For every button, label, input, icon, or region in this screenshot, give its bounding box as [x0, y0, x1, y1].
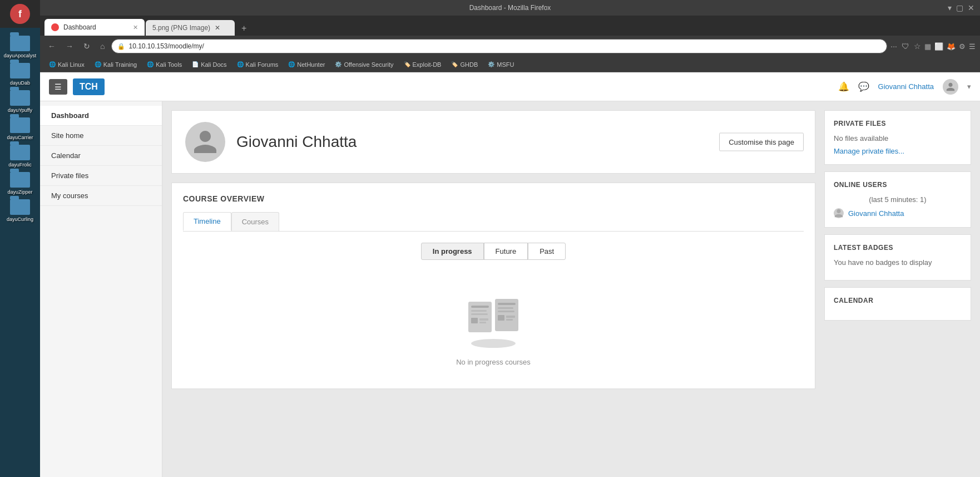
desktop-icon-label: dayuFrolic: [8, 162, 32, 168]
desktop-icon-label: dayuCurling: [7, 217, 33, 222]
toolbar-extra-4[interactable]: ⚙: [959, 42, 966, 51]
bookmark-icon: 📄: [192, 61, 199, 67]
desktop-icon-label: dayuDab: [10, 80, 30, 86]
message-icon[interactable]: 💬: [858, 81, 869, 92]
folder-icon: [10, 36, 30, 51]
svg-rect-11: [498, 311, 514, 312]
tab-png-close[interactable]: ✕: [215, 24, 220, 32]
folder-icon: [10, 199, 30, 215]
manage-files-link[interactable]: Manage private files...: [834, 147, 904, 155]
profile-avatar: [185, 122, 225, 162]
tab-png[interactable]: 5.png (PNG Image) ✕: [146, 20, 235, 36]
filter-past[interactable]: Past: [528, 243, 566, 260]
address-bar[interactable]: 🔒 10.10.10.153/moodle/my/: [111, 39, 887, 53]
desktop-icon-dayucurling[interactable]: dayuCurling: [2, 197, 39, 224]
sidebar-item-private-files[interactable]: Private files: [40, 166, 162, 186]
browser-tabbar: Dashboard ✕ 5.png (PNG Image) ✕ +: [40, 16, 980, 36]
desktop-icon-dayuzipper[interactable]: dayuZipper: [2, 170, 39, 197]
lock-icon: 🔒: [117, 43, 125, 50]
course-tab-courses[interactable]: Courses: [231, 212, 279, 231]
bookmark-kali-docs[interactable]: 📄Kali Docs: [187, 60, 231, 70]
toolbar-extra-1[interactable]: ▦: [924, 42, 931, 51]
bookmark-kali-tools[interactable]: 🌐Kali Tools: [142, 60, 186, 70]
folder-icon: [10, 117, 30, 133]
calendar-widget: CALENDAR: [824, 287, 971, 321]
bookmark-ghdb[interactable]: 🏷️GHDB: [447, 60, 482, 70]
new-tab-button[interactable]: +: [237, 21, 251, 36]
browser-title: Dashboard - Mozilla Firefox: [469, 4, 551, 12]
bookmark-kali-training[interactable]: 🌐Kali Training: [90, 60, 142, 70]
tab-close-button[interactable]: ✕: [133, 24, 138, 31]
filter-in-progress[interactable]: In progress: [421, 243, 484, 260]
sidebar: DashboardSite homeCalendarPrivate filesM…: [40, 101, 162, 477]
bookmark-exploit-db[interactable]: 🏷️Exploit-DB: [399, 60, 446, 70]
toolbar-more[interactable]: ···: [890, 42, 897, 51]
bookmark-msfu[interactable]: ⚙️MSFU: [483, 60, 518, 70]
online-user-link[interactable]: Giovanni Chhatta: [848, 209, 904, 218]
desktop-icon-label: dayuZipper: [7, 189, 32, 195]
filter-row: In progressFuturePast: [183, 243, 804, 260]
svg-rect-9: [498, 303, 516, 305]
bookmark-label: Offensive Security: [344, 61, 393, 68]
latest-badges-title: LATEST BADGES: [834, 244, 962, 252]
bookmark-kali-forums[interactable]: 🌐Kali Forums: [232, 60, 283, 70]
bookmark-label: Kali Forums: [246, 61, 279, 68]
moodle-body: DashboardSite homeCalendarPrivate filesM…: [40, 101, 980, 477]
bookmark-kali-linux[interactable]: 🌐Kali Linux: [44, 60, 89, 70]
hamburger-button[interactable]: ☰: [49, 79, 67, 95]
window-controls[interactable]: ▾ ▢ ✕: [948, 3, 974, 12]
filter-future[interactable]: Future: [484, 243, 528, 260]
svg-rect-2: [471, 306, 489, 308]
desktop-icon-dayuypuffy[interactable]: dayuYpuffy: [2, 88, 39, 115]
course-tab-timeline[interactable]: Timeline: [183, 212, 231, 231]
no-courses-text: No in progress courses: [456, 358, 531, 366]
refresh-button[interactable]: ↻: [80, 40, 93, 53]
back-button[interactable]: ←: [44, 40, 59, 53]
desktop-icon-dayucarrier[interactable]: dayuCarrier: [2, 115, 39, 142]
online-users-title: ONLINE USERS: [834, 181, 962, 189]
forward-button[interactable]: →: [62, 40, 77, 53]
bookmark-nethunter[interactable]: 🌐NetHunter: [284, 60, 329, 70]
customize-page-button[interactable]: Customise this page: [719, 133, 804, 151]
bookmark-label: GHDB: [460, 61, 478, 68]
notification-bell-icon[interactable]: 🔔: [838, 81, 849, 92]
bookmark-icon: 🏷️: [451, 61, 458, 67]
main-area: Giovanni Chhatta Customise this page COU…: [162, 101, 824, 477]
sidebar-item-site-home[interactable]: Site home: [40, 126, 162, 146]
toolbar-star[interactable]: ☆: [914, 42, 921, 51]
tab-dashboard[interactable]: Dashboard ✕: [44, 19, 145, 36]
toolbar-extra-2[interactable]: ⬜: [934, 42, 943, 51]
moodle-header: ☰ TCH 🔔 💬 Giovanni Chhatta ▾: [40, 72, 980, 101]
desktop-icon-dayuapocalyst[interactable]: dayuApocalyst: [2, 33, 39, 61]
toolbar-extra-5[interactable]: ☰: [969, 42, 976, 51]
bookmark-icon: 🏷️: [404, 61, 410, 67]
bookmark-offensive-security[interactable]: ⚙️Offensive Security: [330, 60, 398, 70]
folder-icon: [10, 172, 30, 188]
header-right: 🔔 💬 Giovanni Chhatta ▾: [838, 79, 971, 95]
desktop-icon-dayudab[interactable]: dayuDab: [2, 61, 39, 88]
svg-rect-4: [471, 313, 488, 315]
sidebar-item-dashboard[interactable]: Dashboard: [40, 106, 162, 126]
bookmark-icon: 🌐: [288, 61, 295, 67]
sidebar-item-calendar[interactable]: Calendar: [40, 146, 162, 166]
private-files-widget: PRIVATE FILES No files available Manage …: [824, 110, 971, 165]
no-courses-illustration: [460, 288, 527, 349]
header-user-avatar[interactable]: [943, 79, 958, 95]
online-user-avatar: [834, 208, 844, 218]
desktop-icon-dayufrolic[interactable]: dayuFrolic: [2, 142, 39, 170]
profile-name: Giovanni Chhatta: [236, 133, 357, 151]
toolbar-shield[interactable]: 🛡: [902, 42, 909, 51]
svg-rect-14: [506, 319, 513, 321]
folder-icon: [10, 90, 30, 106]
header-dropdown-icon[interactable]: ▾: [967, 82, 971, 91]
bookmark-icon: 🌐: [49, 61, 56, 67]
no-courses-area: No in progress courses: [183, 277, 804, 377]
bookmark-label: NetHunter: [297, 61, 325, 68]
course-overview: COURSE OVERVIEW TimelineCourses In progr…: [171, 183, 815, 389]
bookmark-label: MSFU: [497, 61, 514, 68]
header-user-name[interactable]: Giovanni Chhatta: [878, 82, 934, 91]
home-button[interactable]: ⌂: [97, 40, 108, 53]
course-overview-title: COURSE OVERVIEW: [183, 194, 804, 203]
sidebar-item-my-courses[interactable]: My courses: [40, 186, 162, 206]
toolbar-extra-3[interactable]: 🦊: [947, 42, 956, 51]
